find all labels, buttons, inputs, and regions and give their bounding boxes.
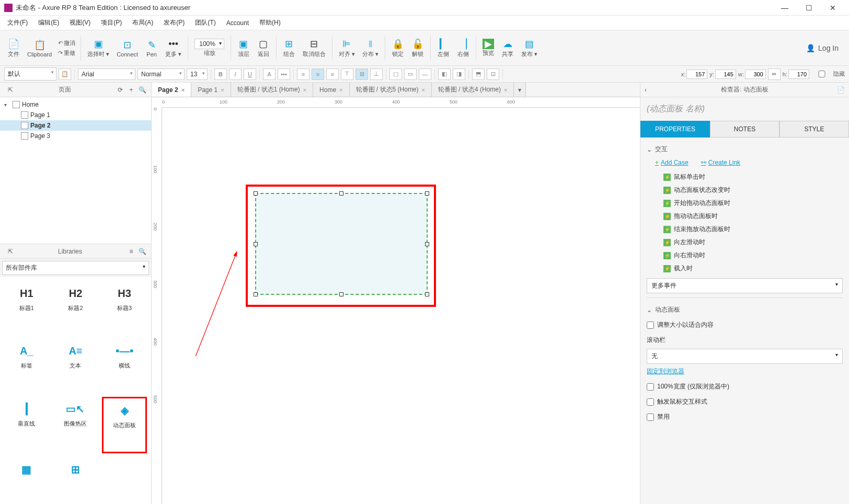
close-tab-icon[interactable]: ×: [422, 87, 425, 93]
outer-shadow-button[interactable]: ◧: [438, 68, 451, 80]
widget-name-input[interactable]: (动态面板 名称): [640, 97, 849, 121]
collapse-icon[interactable]: ⇱: [6, 85, 15, 95]
menu-account[interactable]: Account: [221, 17, 254, 29]
select-mode-tool[interactable]: ▣ 选择时 ▾: [84, 37, 112, 59]
login-button[interactable]: 👤 Log In: [800, 42, 845, 54]
distribute-tool[interactable]: ⦀ 分布 ▾: [359, 37, 382, 59]
zoom-select[interactable]: 100%: [194, 39, 224, 49]
tree-item-page2[interactable]: Page 2: [0, 120, 151, 131]
text-color-button[interactable]: A: [263, 68, 276, 80]
right-pane-tool[interactable]: ▕ 右侧: [454, 37, 473, 59]
corner-button[interactable]: ⬒: [472, 68, 485, 80]
style-select[interactable]: 默认: [4, 67, 56, 81]
tab-properties[interactable]: PROPERTIES: [640, 121, 710, 138]
file-tool[interactable]: 📄 文件: [4, 37, 23, 59]
align-right-button[interactable]: ≡: [326, 68, 339, 80]
library-dropdown[interactable]: 所有部件库: [2, 261, 149, 275]
event-click[interactable]: ⚡鼠标单击时: [647, 170, 843, 184]
send-back-tool[interactable]: ▢ 返回: [254, 37, 273, 59]
event-swipe-right[interactable]: ⚡向右滑动时: [647, 249, 843, 262]
section-interactions[interactable]: ⌄ 交互: [647, 142, 843, 157]
disabled-check[interactable]: 禁用: [647, 409, 843, 425]
publish-tool[interactable]: ▤ 发布 ▾: [518, 37, 541, 59]
create-link-link[interactable]: ⚯ Create Link: [701, 159, 740, 166]
section-dynamic-panel[interactable]: ⌄ 动态面板: [647, 302, 843, 317]
italic-button[interactable]: I: [229, 68, 242, 80]
connect-tool[interactable]: ⊡ Connect: [113, 38, 141, 59]
weight-select[interactable]: Normal: [137, 68, 185, 80]
resize-handle[interactable]: [339, 292, 343, 296]
hidden-checkbox[interactable]: [811, 71, 832, 77]
widget-h1[interactable]: H1标题1: [4, 281, 49, 335]
resize-handle[interactable]: [254, 191, 258, 196]
trigger-mouse-check[interactable]: 触发鼠标交互样式: [647, 394, 843, 409]
lock-aspect-icon[interactable]: ⇹: [768, 68, 781, 80]
bold-button[interactable]: B: [214, 68, 227, 80]
menu-help[interactable]: 帮助(H): [254, 16, 286, 29]
search-lib-icon[interactable]: 🔍: [137, 247, 147, 256]
pin-browser-link[interactable]: 固定到浏览器: [647, 364, 843, 379]
valign-middle-button[interactable]: ⊟: [355, 68, 368, 80]
close-tab-icon[interactable]: ×: [339, 87, 342, 93]
add-page-icon[interactable]: +: [127, 85, 136, 95]
border-button[interactable]: ▭: [404, 68, 417, 80]
resize-handle[interactable]: [425, 191, 429, 196]
font-select[interactable]: Arial: [78, 68, 135, 80]
close-tab-icon[interactable]: ×: [221, 87, 224, 93]
widget-hotspot[interactable]: ▭↖图像热区: [53, 397, 98, 453]
widget-h2[interactable]: H2标题2: [53, 281, 98, 335]
left-pane-tool[interactable]: ▎ 左侧: [434, 37, 453, 59]
tab-page1[interactable]: Page 1×: [191, 83, 231, 97]
align-tool[interactable]: ⊫ 对齐 ▾: [336, 37, 358, 59]
close-tab-icon[interactable]: ×: [504, 87, 507, 93]
tab-notes[interactable]: NOTES: [710, 121, 779, 138]
more-events-select[interactable]: 更多事件: [647, 278, 843, 293]
add-folder-icon[interactable]: ⟳: [116, 85, 125, 95]
close-tab-icon[interactable]: ×: [303, 87, 306, 93]
resize-handle[interactable]: [254, 292, 258, 296]
inner-shadow-button[interactable]: ◨: [453, 68, 465, 80]
resize-handle[interactable]: [425, 242, 429, 246]
resize-handle[interactable]: [339, 191, 343, 196]
fill-button[interactable]: ▢: [389, 68, 402, 80]
undo-button[interactable]: ↶ 撤消: [56, 39, 77, 48]
resize-handle[interactable]: [425, 292, 429, 296]
tree-item-page3[interactable]: Page 3: [0, 131, 151, 141]
tree-item-home[interactable]: ▾ Home: [0, 99, 151, 110]
zoom-tool[interactable]: 100% 缩放: [191, 38, 227, 58]
preview-tool[interactable]: ▶ 预览: [479, 38, 497, 58]
scrollbar-select[interactable]: 无: [647, 349, 843, 364]
x-input[interactable]: [686, 70, 707, 79]
tab-page2[interactable]: Page 2×: [152, 83, 191, 97]
minimize-button[interactable]: —: [773, 0, 797, 16]
valign-bottom-button[interactable]: ⊥: [370, 68, 383, 80]
lib-menu-icon[interactable]: ≡: [127, 247, 136, 256]
event-swipe-left[interactable]: ⚡向左滑动时: [647, 236, 843, 249]
menu-project[interactable]: 项目(P): [96, 16, 127, 29]
inspector-back-icon[interactable]: ‹: [645, 86, 647, 94]
menu-team[interactable]: 团队(T): [190, 16, 221, 29]
event-drag[interactable]: ⚡拖动动态面板时: [647, 210, 843, 223]
clipboard-tool[interactable]: 📋 Clipboard: [24, 38, 55, 59]
hidden-check[interactable]: 隐藏: [811, 70, 845, 78]
event-load[interactable]: ⚡载入时: [647, 262, 843, 275]
widget-vr[interactable]: ┃垂直线: [4, 397, 49, 453]
widget-dynamic-panel[interactable]: ◈动态面板: [102, 397, 147, 453]
h-input[interactable]: [788, 70, 809, 79]
pen-tool[interactable]: ✎ Pen: [142, 38, 161, 59]
tab-state1[interactable]: 轮番图 / 状态1 (Home)×: [231, 83, 313, 97]
tab-state4[interactable]: 轮番图 / 状态4 (Home)×: [432, 83, 514, 97]
widget-extra1[interactable]: ▦: [4, 457, 49, 500]
event-drag-start[interactable]: ⚡开始拖动动态面板时: [647, 197, 843, 210]
search-pages-icon[interactable]: 🔍: [137, 85, 147, 95]
share-tool[interactable]: ☁ 共享: [498, 37, 517, 59]
more-text-button[interactable]: •••: [278, 68, 290, 80]
redo-button[interactable]: ↷ 重做: [56, 49, 77, 58]
menu-file[interactable]: 文件(F): [2, 16, 33, 29]
w-input[interactable]: [745, 70, 766, 79]
event-state-change[interactable]: ⚡动态面板状态改变时: [647, 184, 843, 197]
canvas[interactable]: [162, 108, 640, 504]
tab-overflow[interactable]: ▾: [514, 83, 526, 97]
tab-style[interactable]: STYLE: [779, 121, 849, 138]
add-case-link[interactable]: + Add Case: [655, 159, 689, 166]
